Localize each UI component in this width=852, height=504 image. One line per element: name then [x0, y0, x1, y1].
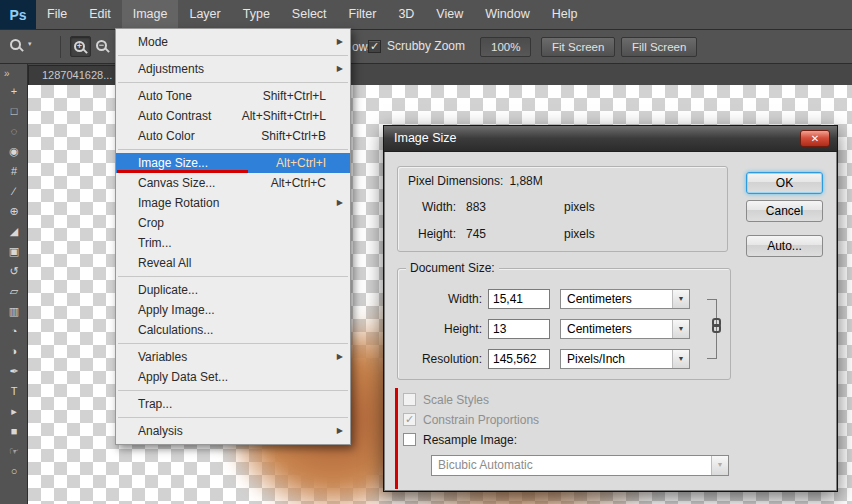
lasso-tool[interactable]: ◌: [0, 121, 28, 141]
scrubby-zoom-checkbox-row[interactable]: ✓ Scrubby Zoom: [368, 39, 465, 53]
menu-type[interactable]: Type: [232, 0, 281, 29]
resample-image-checkbox-row[interactable]: Resample Image:: [403, 432, 517, 447]
pen-tool-icon: ✒: [9, 365, 18, 377]
doc-height-input[interactable]: [488, 319, 550, 339]
menu-item-variables[interactable]: Variables▶: [116, 347, 350, 367]
close-icon[interactable]: ✕: [800, 130, 830, 147]
crop-tool-icon: #: [11, 165, 17, 177]
cancel-button[interactable]: Cancel: [746, 200, 823, 222]
dialog-titlebar[interactable]: Image Size ✕: [384, 126, 837, 152]
brush-tool[interactable]: ◢: [0, 221, 28, 241]
history-brush-tool[interactable]: ↺: [0, 261, 28, 281]
menu-item-label: Analysis: [138, 421, 326, 441]
zoom-tool-preset-icon[interactable]: [10, 39, 21, 53]
zoom-tool[interactable]: ○: [0, 461, 28, 481]
spot-healing-brush-tool[interactable]: ⊕: [0, 201, 28, 221]
doc-height-unit-dropdown[interactable]: Centimeters ▼: [560, 319, 690, 339]
menu-item-shortcut: Shift+Ctrl+L: [263, 86, 326, 106]
gradient-tool[interactable]: ▥: [0, 301, 28, 321]
menu-layer[interactable]: Layer: [178, 0, 231, 29]
menu-item-label: Adjustments: [138, 59, 326, 79]
menu-item-image-rotation[interactable]: Image Rotation▶: [116, 193, 350, 213]
menubar: Ps FileEditImageLayerTypeSelectFilter3DV…: [0, 0, 852, 30]
scrubby-zoom-checkbox[interactable]: ✓: [368, 40, 381, 53]
lasso-tool-icon: ◌: [11, 125, 18, 137]
doc-height-row: Height: Centimeters ▼: [398, 319, 730, 339]
menu-edit[interactable]: Edit: [78, 0, 122, 29]
path-selection-tool[interactable]: ▸: [0, 401, 28, 421]
tool-preset-caret-icon[interactable]: ▾: [28, 40, 32, 48]
resample-image-checkbox[interactable]: [403, 433, 416, 446]
move-tool-icon: +: [11, 85, 17, 97]
menu-item-auto-color[interactable]: Auto ColorShift+Ctrl+B: [116, 126, 350, 146]
pixel-height-label: Height:: [406, 227, 456, 241]
resample-method-dropdown[interactable]: Bicubic Automatic ▼: [431, 455, 729, 476]
doc-resolution-unit-dropdown[interactable]: Pixels/Inch ▼: [560, 349, 690, 369]
type-tool-icon: T: [11, 385, 18, 397]
menu-item-label: Trap...: [138, 394, 326, 414]
eraser-tool[interactable]: ▱: [0, 281, 28, 301]
clone-stamp-tool[interactable]: ▣: [0, 241, 28, 261]
auto-button[interactable]: Auto...: [746, 235, 823, 257]
menu-item-auto-tone[interactable]: Auto ToneShift+Ctrl+L: [116, 86, 350, 106]
menu-item-shortcut: Alt+Shift+Ctrl+L: [242, 106, 326, 126]
menu-select[interactable]: Select: [281, 0, 338, 29]
quick-selection-tool[interactable]: ◉: [0, 141, 28, 161]
menu-image[interactable]: Image: [122, 0, 179, 29]
menu-file[interactable]: File: [36, 0, 78, 29]
menu-3d[interactable]: 3D: [387, 0, 425, 29]
menu-separator: [118, 343, 348, 344]
ok-button[interactable]: OK: [746, 172, 823, 194]
options-separator: [60, 36, 61, 58]
menu-filter[interactable]: Filter: [338, 0, 388, 29]
menu-item-apply-data-set[interactable]: Apply Data Set...: [116, 367, 350, 387]
menu-window[interactable]: Window: [474, 0, 540, 29]
move-tool[interactable]: +: [0, 81, 28, 101]
type-tool[interactable]: T: [0, 381, 28, 401]
doc-resolution-input[interactable]: [488, 349, 550, 369]
document-tab[interactable]: 1287041628...: [28, 65, 126, 85]
menu-item-label: Apply Data Set...: [138, 367, 326, 387]
zoom-out-icon: −: [96, 40, 107, 51]
menu-item-reveal-all[interactable]: Reveal All: [116, 253, 350, 273]
crop-tool[interactable]: #: [0, 161, 28, 181]
zoom-in-mode-button[interactable]: +: [70, 36, 91, 57]
menu-item-trap[interactable]: Trap...: [116, 394, 350, 414]
tools-panel: » +□◌◉#∕⊕◢▣↺▱▥◔◑✒T▸■☞○: [0, 64, 28, 504]
pen-tool[interactable]: ✒: [0, 361, 28, 381]
menu-item-duplicate[interactable]: Duplicate...: [116, 280, 350, 300]
menu-item-analysis[interactable]: Analysis▶: [116, 421, 350, 441]
menu-item-trim[interactable]: Trim...: [116, 233, 350, 253]
menu-item-canvas-size[interactable]: Canvas Size...Alt+Ctrl+C: [116, 173, 350, 193]
doc-width-input[interactable]: [488, 289, 550, 309]
submenu-arrow-icon: ▶: [337, 193, 343, 213]
gradient-tool-icon: ▥: [9, 305, 19, 317]
menu-item-calculations[interactable]: Calculations...: [116, 320, 350, 340]
resample-method-value: Bicubic Automatic: [438, 456, 533, 474]
zoom-out-mode-button[interactable]: −: [93, 36, 114, 57]
collapse-panel-icon[interactable]: »: [0, 64, 27, 81]
menu-help[interactable]: Help: [541, 0, 589, 29]
rectangular-marquee-tool-icon: □: [11, 105, 18, 117]
fill-screen-button[interactable]: Fill Screen: [621, 37, 697, 57]
eyedropper-tool[interactable]: ∕: [0, 181, 28, 201]
menu-view[interactable]: View: [425, 0, 474, 29]
dodge-tool[interactable]: ◑: [0, 341, 28, 361]
fit-screen-button[interactable]: Fit Screen: [541, 37, 615, 57]
menu-item-apply-image[interactable]: Apply Image...: [116, 300, 350, 320]
menu-item-auto-contrast[interactable]: Auto ContrastAlt+Shift+Ctrl+L: [116, 106, 350, 126]
constrain-proportions-checkbox[interactable]: ✓: [403, 413, 416, 426]
hand-tool[interactable]: ☞: [0, 441, 28, 461]
blur-tool[interactable]: ◔: [0, 321, 28, 341]
rectangle-tool[interactable]: ■: [0, 421, 28, 441]
actual-pixels-button[interactable]: 100%: [480, 37, 531, 57]
constrain-proportions-checkbox-row[interactable]: ✓ Constrain Proportions: [403, 412, 539, 427]
menu-item-mode[interactable]: Mode▶: [116, 32, 350, 52]
scale-styles-checkbox-row[interactable]: Scale Styles: [403, 392, 489, 407]
rectangular-marquee-tool[interactable]: □: [0, 101, 28, 121]
menu-item-crop[interactable]: Crop: [116, 213, 350, 233]
scale-styles-checkbox[interactable]: [403, 393, 416, 406]
menu-item-adjustments[interactable]: Adjustments▶: [116, 59, 350, 79]
doc-width-unit-dropdown[interactable]: Centimeters ▼: [560, 289, 690, 309]
menu-item-label: Trim...: [138, 233, 326, 253]
